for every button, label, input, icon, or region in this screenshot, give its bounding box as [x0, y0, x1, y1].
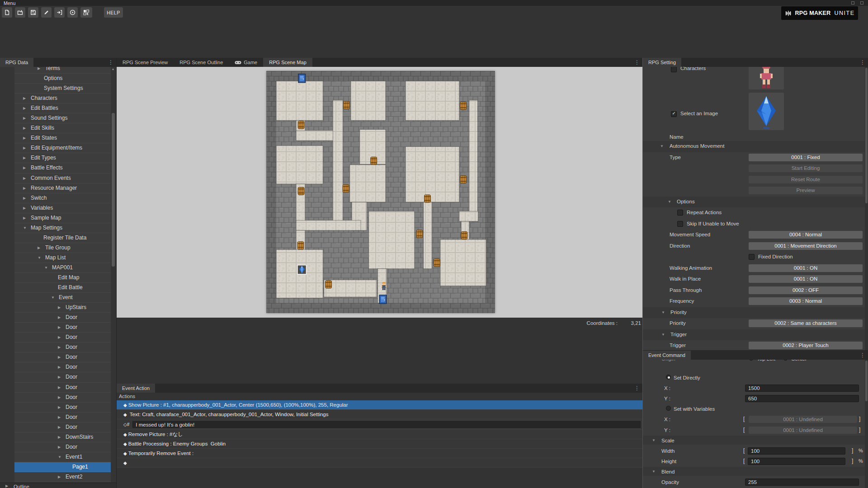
chevron-right-icon[interactable]: ▶: [58, 395, 61, 399]
tree-item-edit-types[interactable]: ▶Edit Types: [14, 153, 111, 163]
tree-item-door[interactable]: ▶Door: [14, 403, 111, 413]
chevron-right-icon[interactable]: ▶: [58, 335, 61, 339]
collapse-icon[interactable]: ▼: [652, 438, 656, 442]
tree-item-page1[interactable]: Page1: [14, 462, 111, 472]
chevron-right-icon[interactable]: ▶: [58, 355, 61, 359]
tree-item-upstairs[interactable]: ▶UpStairs: [14, 303, 111, 313]
scrollbar-thumb[interactable]: [112, 113, 115, 267]
tree-item-switch[interactable]: ▶Switch: [14, 193, 111, 203]
reset-route-button[interactable]: Reset Route: [749, 176, 863, 183]
tab-rpg-data[interactable]: RPG Data: [0, 58, 33, 67]
import-button[interactable]: [54, 7, 65, 18]
tree-item-event[interactable]: ▼Event: [14, 293, 111, 303]
tree-item-common-events[interactable]: ▶Common Events: [14, 174, 111, 183]
chevron-right-icon[interactable]: ▶: [58, 445, 61, 449]
chevron-right-icon[interactable]: ▶: [23, 216, 26, 220]
walk-in-place-dropdown[interactable]: 0001 : ON: [749, 275, 863, 283]
tree-item-edit-battle[interactable]: Edit Battle: [14, 283, 111, 293]
tree-item-door[interactable]: ▶Door: [14, 333, 111, 343]
collapse-icon[interactable]: ▼: [668, 200, 671, 204]
chevron-right-icon[interactable]: ▶: [58, 375, 61, 379]
skip-if-unable-to-move-checkbox[interactable]: [677, 221, 683, 227]
play-button[interactable]: [67, 7, 78, 18]
outline-collapsed-panel[interactable]: ▶ Outline: [0, 483, 116, 488]
height-input[interactable]: [748, 458, 845, 465]
kebab-menu-icon[interactable]: ⋮: [860, 352, 865, 358]
chevron-right-icon[interactable]: ▶: [23, 146, 26, 150]
origin-center-radio[interactable]: [783, 360, 788, 361]
chevron-right-icon[interactable]: ▶: [58, 435, 61, 439]
help-button[interactable]: HELP: [104, 7, 123, 18]
chevron-down-icon[interactable]: ▼: [38, 256, 41, 260]
tab-rpg-scene-map[interactable]: RPG Scene Map: [263, 58, 312, 67]
tree-item-tile-group[interactable]: ▶Tile Group: [14, 243, 111, 253]
tree-item-characters[interactable]: ▶Characters: [14, 94, 111, 103]
chevron-right-icon[interactable]: ▶: [58, 405, 61, 409]
preview-button[interactable]: Preview: [749, 187, 863, 194]
chevron-right-icon[interactable]: ▶: [58, 475, 61, 479]
chevron-down-icon[interactable]: ▼: [51, 296, 55, 300]
width-input[interactable]: [748, 447, 845, 455]
pass-through-dropdown[interactable]: 0002 : OFF: [749, 286, 863, 294]
rpg-setting-scrollbar[interactable]: [865, 67, 868, 350]
tree-item-system-settings[interactable]: System Settings: [14, 84, 111, 94]
trigger-dropdown[interactable]: 0002 : Player Touch: [749, 342, 863, 349]
tree-item-event2[interactable]: ▶Event2: [14, 472, 111, 482]
set-with-variables-radio[interactable]: [666, 406, 671, 411]
tree-item-door[interactable]: ▶Door: [14, 362, 111, 372]
tab-rpg-setting[interactable]: RPG Setting: [643, 58, 681, 67]
chevron-right-icon[interactable]: ▶: [23, 186, 26, 190]
chevron-right-icon[interactable]: ▶: [23, 106, 26, 110]
collapse-icon[interactable]: ▼: [652, 469, 656, 474]
tree-item-event1[interactable]: ▼Event1: [14, 452, 111, 462]
event-action-row[interactable]: ◇#I messed up! It's a goblin!: [117, 419, 642, 430]
chevron-right-icon[interactable]: ▶: [38, 67, 40, 70]
tree-scrollbar[interactable]: ▲: [111, 67, 116, 483]
tree-item-door[interactable]: ▶Door: [14, 442, 111, 452]
menu-button[interactable]: Menu: [4, 0, 15, 6]
kebab-menu-icon[interactable]: ⋮: [634, 59, 640, 66]
open-project-button[interactable]: [15, 7, 25, 18]
fixed-direction-checkbox[interactable]: [749, 254, 755, 260]
layout-switch-button[interactable]: [80, 7, 92, 18]
chevron-right-icon[interactable]: ▶: [58, 425, 61, 429]
select-image-checkbox[interactable]: [671, 111, 677, 117]
tree-item-register-tile-data[interactable]: Register Tile Data: [14, 233, 111, 243]
walking-animation-dropdown[interactable]: 0001 : ON: [749, 264, 863, 272]
scroll-up-icon[interactable]: ▲: [111, 67, 115, 70]
event-action-row[interactable]: ◆Remove Picture : #なし: [117, 430, 642, 439]
chevron-right-icon[interactable]: ▶: [38, 246, 40, 250]
tree-item-sample-map[interactable]: ▶Sample Map: [14, 213, 111, 223]
save-button[interactable]: [28, 7, 38, 18]
scene-view[interactable]: [117, 67, 642, 318]
tree-item-door[interactable]: ▶Door: [14, 383, 111, 393]
chevron-right-icon[interactable]: ▶: [23, 166, 26, 170]
tree-item-terms[interactable]: ▶Terms: [14, 67, 111, 74]
characters-checkbox[interactable]: [671, 67, 677, 72]
start-editing-button[interactable]: Start Editing: [749, 164, 863, 172]
origin-top-left-radio[interactable]: [749, 360, 754, 361]
scrollbar-thumb[interactable]: [865, 68, 868, 203]
event-action-row[interactable]: ◆Battle Processing : Enemy Groups Goblin: [117, 439, 642, 449]
tab-event-command[interactable]: Event Command: [643, 351, 691, 360]
movement-speed-dropdown[interactable]: 0004 : Normal: [749, 231, 863, 239]
tree-item-resource-manager[interactable]: ▶Resource Manager: [14, 183, 111, 193]
chevron-right-icon[interactable]: ▶: [58, 305, 61, 310]
chevron-right-icon[interactable]: ▶: [23, 176, 26, 180]
y-variable-dropdown[interactable]: 0001 : Undefined: [749, 427, 857, 434]
chevron-right-icon[interactable]: ▶: [23, 126, 26, 130]
scrollbar-thumb[interactable]: [865, 361, 868, 401]
tree-item-edit-battles[interactable]: ▶Edit Battles: [14, 103, 111, 113]
edit-button[interactable]: [41, 7, 52, 18]
tree-item-options[interactable]: Options: [14, 74, 111, 84]
chevron-down-icon[interactable]: ▼: [23, 226, 27, 230]
direction-dropdown[interactable]: 0001 : Movement Direction: [749, 242, 863, 250]
frequency-dropdown[interactable]: 0003 : Normal: [749, 297, 863, 305]
character-image-preview[interactable]: [749, 67, 784, 89]
event-action-row[interactable]: ◆Temporarily Remove Event :: [117, 449, 642, 458]
tree-item-door[interactable]: ▶Door: [14, 372, 111, 382]
tree-item-edit-equipment-items[interactable]: ▶Edit Equipment/Items: [14, 143, 111, 153]
tree-item-variables[interactable]: ▶Variables: [14, 203, 111, 213]
tab-event-action[interactable]: Event Action: [117, 384, 155, 393]
chevron-right-icon[interactable]: ▶: [58, 365, 61, 369]
